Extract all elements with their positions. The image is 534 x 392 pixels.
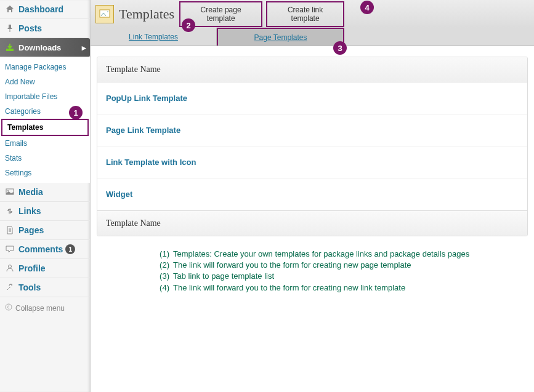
sidebar-label: Posts	[18, 23, 42, 33]
sidebar-submenu: Manage Packages Add New Importable Files…	[0, 57, 90, 183]
sidebar-subitem-importable-files[interactable]: Importable Files	[0, 89, 90, 104]
download-icon	[5, 42, 15, 52]
table-row[interactable]: PopUp Link Template	[97, 82, 527, 114]
page-header: Templates Create page template Create li…	[91, 0, 534, 28]
legend-num: (4)	[152, 282, 169, 294]
sidebar-label: Comments	[18, 244, 63, 254]
templates-table: Template Name PopUp Link Template Page L…	[97, 57, 528, 236]
page-icon	[5, 225, 15, 235]
table-header: Template Name	[97, 57, 527, 82]
comment-icon	[5, 244, 15, 254]
home-icon	[5, 4, 15, 14]
legend-num: (3)	[152, 271, 169, 282]
sidebar-label: Dashboard	[18, 4, 63, 14]
svg-point-7	[6, 304, 12, 310]
sidebar-label: Downloads	[18, 43, 61, 52]
sidebar-label: Tools	[18, 282, 41, 292]
table-row[interactable]: Link Template with Icon	[97, 146, 527, 178]
svg-point-2	[7, 190, 9, 191]
table-row[interactable]: Page Link Template	[97, 114, 527, 146]
table-row[interactable]: Widget	[97, 178, 527, 210]
annotation-badge-4: 4	[360, 1, 374, 14]
sidebar-item-comments[interactable]: Comments 1	[0, 240, 90, 259]
annotation-badge-2: 2	[182, 18, 195, 32]
annotations-legend: (1)Templates: Create your own templates …	[97, 236, 528, 306]
create-link-template-button[interactable]: Create link template	[266, 1, 344, 27]
sidebar-subitem-stats[interactable]: Stats	[0, 151, 90, 166]
pin-icon	[5, 23, 15, 33]
sidebar-item-posts[interactable]: Posts	[0, 19, 90, 38]
profile-icon	[5, 263, 15, 273]
sidebar-item-media[interactable]: Media	[0, 183, 90, 202]
sidebar-subitem-manage-packages[interactable]: Manage Packages	[0, 60, 90, 74]
main-content: Templates Create page template Create li…	[91, 0, 534, 392]
page-title: Templates	[119, 6, 174, 22]
sidebar-item-dashboard[interactable]: Dashboard	[0, 0, 90, 19]
legend-num: (2)	[152, 260, 169, 271]
annotation-badge-1: 1	[69, 106, 83, 119]
media-icon	[5, 187, 15, 197]
sidebar-subitem-add-new[interactable]: Add New	[0, 74, 90, 89]
collapse-icon	[5, 303, 12, 313]
comments-badge: 1	[65, 244, 75, 254]
link-icon	[5, 206, 15, 216]
sidebar-label: Media	[18, 187, 43, 197]
sidebar-item-profile[interactable]: Profile	[0, 259, 90, 278]
sidebar-subitem-templates[interactable]: Templates	[1, 119, 89, 136]
svg-point-6	[9, 265, 12, 268]
sidebar-item-pages[interactable]: Pages	[0, 221, 90, 240]
sidebar-label: Profile	[18, 263, 46, 273]
annotation-badge-3: 3	[333, 41, 347, 55]
sidebar-item-tools[interactable]: Tools	[0, 278, 90, 297]
legend-num: (1)	[152, 249, 169, 260]
sidebar-item-links[interactable]: Links	[0, 202, 90, 221]
tab-link-templates[interactable]: Link Templates	[91, 28, 217, 46]
tools-icon	[5, 282, 15, 292]
sidebar: Dashboard Posts Downloads ▸ Manage Packa…	[0, 0, 91, 392]
tabs: Link Templates Page Templates 3	[91, 28, 534, 46]
content-area: Template Name PopUp Link Template Page L…	[91, 57, 534, 306]
tab-page-templates[interactable]: Page Templates	[217, 28, 344, 46]
sidebar-item-downloads[interactable]: Downloads ▸	[0, 38, 90, 57]
collapse-label: Collapse menu	[15, 304, 65, 313]
sidebar-subitem-settings[interactable]: Settings	[0, 166, 90, 180]
collapse-menu[interactable]: Collapse menu	[0, 297, 90, 319]
sidebar-label: Links	[18, 206, 41, 216]
legend-text: Templates: Create your own templates for…	[173, 249, 469, 260]
legend-text: Tab link to page template list	[173, 271, 274, 282]
templates-page-icon	[95, 5, 114, 23]
sidebar-label: Pages	[18, 225, 44, 235]
sidebar-subitem-emails[interactable]: Emails	[0, 136, 90, 151]
legend-text: The link will forward you to the form fo…	[173, 282, 405, 294]
legend-text: The link will forward you to the form fo…	[173, 260, 411, 271]
chevron-right-icon: ▸	[82, 43, 86, 52]
table-footer: Template Name	[97, 210, 527, 236]
